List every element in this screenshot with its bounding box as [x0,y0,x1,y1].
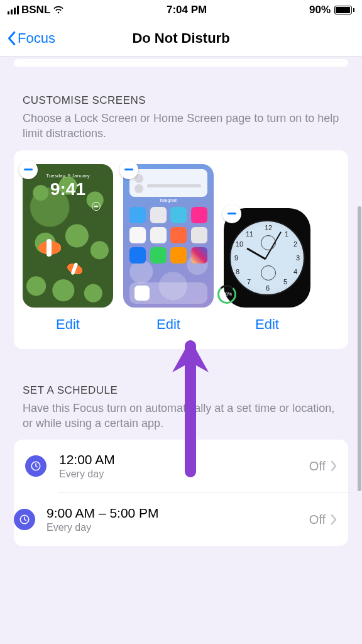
app-icon-grid [129,207,207,264]
schedule-text: 12:00 AM Every day [59,452,309,480]
status-right: 90% [309,4,354,16]
lock-screen-preview[interactable]: Tuesday, 9 January 9:41 [23,164,113,308]
analog-watch-face: 12 3 6 9 1 2 4 5 7 8 10 11 [229,220,305,296]
home-screen-column: Telegram [123,164,214,333]
watch-face-column: 12 3 6 9 1 2 4 5 7 8 10 11 [224,208,310,333]
wifi-icon [53,6,64,14]
app-icon [129,207,146,223]
chevron-left-icon [6,31,16,46]
clock-icon [14,509,35,530]
chevron-right-icon [331,460,337,472]
lock-screen-column: Tuesday, 9 January 9:41 Edit [23,164,113,333]
minus-icon [124,169,133,170]
home-dock [129,282,207,304]
cellular-signal-icon [8,6,19,14]
app-icon [191,227,207,243]
carrier-label: BSNL [21,4,50,16]
schedule-sub: Every day [47,522,309,533]
home-screen-preview[interactable]: Telegram [123,164,214,308]
schedule-section: SET A SCHEDULE Have this Focus turn on a… [14,384,348,547]
content: CUSTOMISE SCREENS Choose a Lock Screen o… [0,59,362,546]
schedule-time: 9:00 AM – 5:00 PM [47,506,309,521]
lock-preview-time: 9:41 [23,179,113,199]
schedule-time: 12:00 AM [59,452,309,467]
schedule-desc: Have this Focus turn on automatically at… [23,401,339,431]
home-widget-label: Telegram [123,198,214,203]
nav-bar: Focus Do Not Disturb [0,20,362,57]
customise-header: CUSTOMISE SCREENS [23,94,348,107]
customise-screens-section: CUSTOMISE SCREENS Choose a Lock Screen o… [14,94,348,349]
back-label: Focus [18,30,55,47]
status-bar: BSNL 7:04 PM 90% [0,0,362,20]
edit-lock-screen-button[interactable]: Edit [56,316,80,333]
remove-home-screen-button[interactable] [119,160,138,179]
dnd-indicator-icon [92,202,101,211]
edit-watch-face-button[interactable]: Edit [255,316,279,333]
back-button[interactable]: Focus [6,30,55,47]
schedule-sub: Every day [59,469,309,480]
app-icon [170,207,187,223]
customise-desc: Choose a Lock Screen or Home Screen page… [23,111,339,142]
app-icon [134,286,150,301]
app-icon [129,227,146,243]
app-icon [150,227,167,243]
scrollbar[interactable] [358,206,361,491]
app-icon [170,247,187,264]
watch-face-preview[interactable]: 12 3 6 9 1 2 4 5 7 8 10 11 [224,208,310,308]
app-icon [150,247,167,264]
app-icon [191,207,207,223]
app-icon [191,247,207,264]
battery-percent: 90% [309,4,331,16]
clock-icon [25,455,47,477]
minus-icon [228,213,236,214]
previous-card-bottom [14,59,348,67]
status-left: BSNL [8,4,64,16]
edit-home-screen-button[interactable]: Edit [156,316,180,333]
screens-card: Tuesday, 9 January 9:41 Edit [14,150,348,349]
schedule-status: Off [309,513,326,527]
remove-watch-face-button[interactable] [222,204,241,223]
schedule-text: 9:00 AM – 5:00 PM Every day [47,506,309,533]
schedule-card: 12:00 AM Every day Off 9:00 AM – 5:00 PM… [14,440,348,546]
battery-icon [334,6,354,14]
wallpaper-clownfish [63,258,92,282]
minus-icon [24,169,33,170]
wallpaper-clownfish [35,236,72,259]
app-icon [150,207,167,223]
schedule-status: Off [309,459,326,474]
remove-lock-screen-button[interactable] [19,160,38,179]
chevron-right-icon [331,514,337,525]
schedule-row[interactable]: 9:00 AM – 5:00 PM Every day Off [58,492,348,546]
watch-activity-ring-icon: 100% [217,285,236,304]
app-icon [170,227,187,243]
home-widget-preview [129,169,207,197]
status-time: 7:04 PM [167,4,207,16]
app-icon [129,247,146,264]
schedule-header: SET A SCHEDULE [23,384,348,397]
schedule-row[interactable]: 12:00 AM Every day Off [14,440,348,492]
